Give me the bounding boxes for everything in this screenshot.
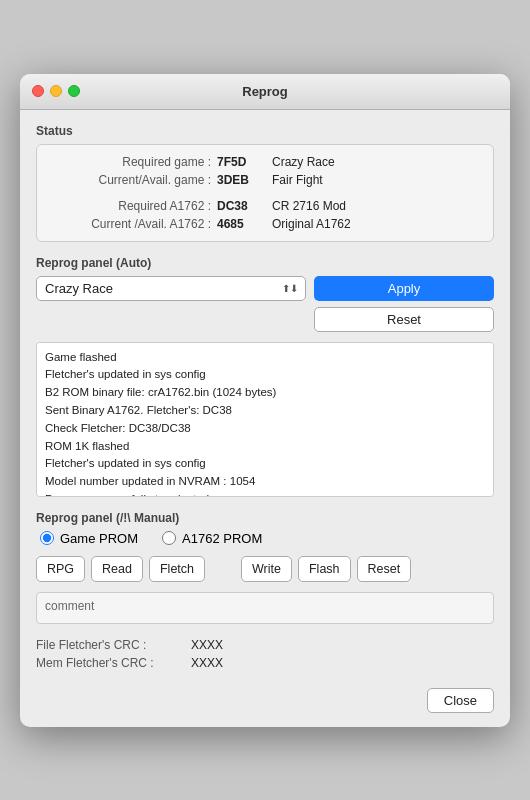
reprog-auto-section: Reprog panel (Auto) Crazy Race Fair Figh… <box>36 256 494 332</box>
close-traffic-light[interactable] <box>32 85 44 97</box>
traffic-lights <box>32 85 80 97</box>
reset-row: Reset <box>36 307 494 332</box>
radio-a1762-prom[interactable]: A1762 PROM <box>162 531 262 546</box>
status-row: Required game : 7F5D Crazy Race <box>51 155 479 169</box>
crc-key-mem: Mem Fletcher's CRC : <box>36 656 191 670</box>
crc-val-mem: XXXX <box>191 656 223 670</box>
status-val1-current-game: 3DEB <box>217 173 272 187</box>
crc-key-file: File Fletcher's CRC : <box>36 638 191 652</box>
status-section-label: Status <box>36 124 494 138</box>
crc-section: File Fletcher's CRC : XXXX Mem Fletcher'… <box>36 634 494 678</box>
maximize-traffic-light[interactable] <box>68 85 80 97</box>
radio-group: Game PROM A1762 PROM <box>36 531 494 546</box>
radio-game-prom[interactable]: Game PROM <box>40 531 138 546</box>
radio-label-a1762-prom: A1762 PROM <box>182 531 262 546</box>
manual-buttons-row: RPG Read Fletch Write Flash Reset <box>36 556 494 582</box>
rpg-button[interactable]: RPG <box>36 556 85 582</box>
fletch-button[interactable]: Fletch <box>149 556 205 582</box>
reset-manual-button[interactable]: Reset <box>357 556 412 582</box>
minimize-traffic-light[interactable] <box>50 85 62 97</box>
status-key-current-a1762: Current /Avail. A1762 : <box>51 217 211 231</box>
game-select-wrapper: Crazy Race Fair Fight ⬆⬇ <box>36 276 306 301</box>
titlebar: Reprog <box>20 74 510 110</box>
status-row: Current /Avail. A1762 : 4685 Original A1… <box>51 217 479 231</box>
reprog-manual-section: Reprog panel (/!\ Manual) Game PROM A176… <box>36 511 494 582</box>
close-button[interactable]: Close <box>427 688 494 713</box>
radio-input-game-prom[interactable] <box>40 531 54 545</box>
content-area: Status Required game : 7F5D Crazy Race C… <box>20 110 510 727</box>
status-key-required-a1762: Required A1762 : <box>51 199 211 213</box>
reset-auto-button[interactable]: Reset <box>314 307 494 332</box>
log-area: Game flashed Fletcher's updated in sys c… <box>36 342 494 497</box>
reprog-manual-label: Reprog panel (/!\ Manual) <box>36 511 494 525</box>
status-val2-current-game: Fair Fight <box>272 173 323 187</box>
status-key-required-game: Required game : <box>51 155 211 169</box>
status-val2-required-game: Crazy Race <box>272 155 335 169</box>
apply-button[interactable]: Apply <box>314 276 494 301</box>
footer: Close <box>36 684 494 713</box>
status-val1-required-a1762: DC38 <box>217 199 272 213</box>
reprog-auto-label: Reprog panel (Auto) <box>36 256 494 270</box>
status-row: Current/Avail. game : 3DEB Fair Fight <box>51 173 479 187</box>
status-box: Required game : 7F5D Crazy Race Current/… <box>36 144 494 242</box>
radio-label-game-prom: Game PROM <box>60 531 138 546</box>
game-select[interactable]: Crazy Race Fair Fight <box>36 276 306 301</box>
manual-group-2: Write Flash Reset <box>241 556 411 582</box>
main-window: Reprog Status Required game : 7F5D Crazy… <box>20 74 510 727</box>
crc-val-file: XXXX <box>191 638 223 652</box>
crc-row-file: File Fletcher's CRC : XXXX <box>36 638 494 652</box>
crc-row-mem: Mem Fletcher's CRC : XXXX <box>36 656 494 670</box>
comment-box: comment <box>36 592 494 624</box>
radio-input-a1762-prom[interactable] <box>162 531 176 545</box>
status-val1-required-game: 7F5D <box>217 155 272 169</box>
manual-group-1: RPG Read Fletch <box>36 556 205 582</box>
status-key-current-game: Current/Avail. game : <box>51 173 211 187</box>
status-val2-current-a1762: Original A1762 <box>272 217 351 231</box>
read-button[interactable]: Read <box>91 556 143 582</box>
window-title: Reprog <box>242 84 288 99</box>
write-button[interactable]: Write <box>241 556 292 582</box>
flash-button[interactable]: Flash <box>298 556 351 582</box>
status-row: Required A1762 : DC38 CR 2716 Mod <box>51 199 479 213</box>
status-val1-current-a1762: 4685 <box>217 217 272 231</box>
status-val2-required-a1762: CR 2716 Mod <box>272 199 346 213</box>
reprog-auto-row: Crazy Race Fair Fight ⬆⬇ Apply <box>36 276 494 301</box>
